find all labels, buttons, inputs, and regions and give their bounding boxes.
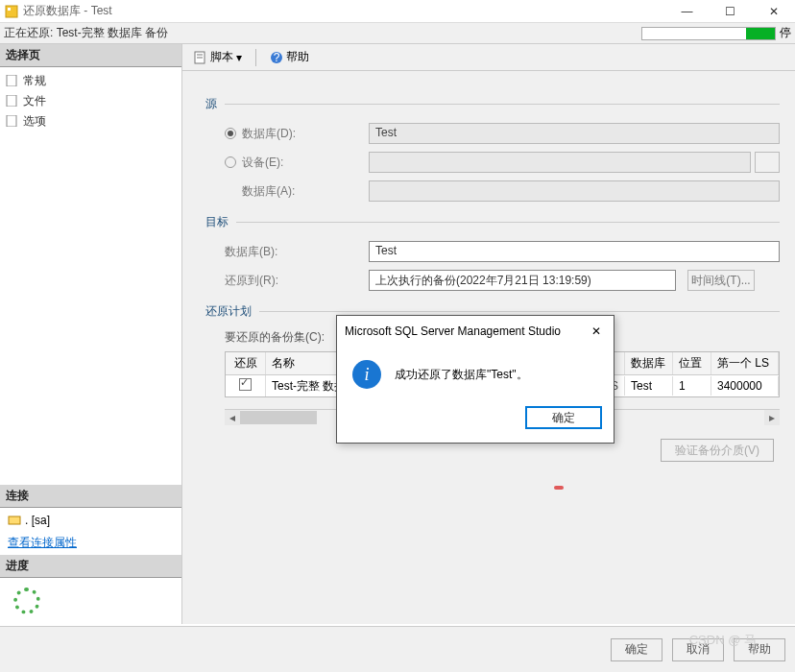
dialog-message: 成功还原了数据库"Test"。: [395, 367, 528, 383]
modal-backdrop: Microsoft SQL Server Management Studio ✕…: [0, 0, 795, 672]
dialog-close-button[interactable]: ✕: [587, 322, 606, 341]
dialog-ok-button[interactable]: 确定: [525, 406, 602, 429]
annotation-mark: [554, 486, 564, 490]
dialog-title: Microsoft SQL Server Management Studio: [345, 324, 587, 338]
watermark: CSDN @ 马: [689, 632, 757, 649]
info-icon: i: [352, 360, 381, 389]
message-dialog: Microsoft SQL Server Management Studio ✕…: [336, 315, 614, 444]
